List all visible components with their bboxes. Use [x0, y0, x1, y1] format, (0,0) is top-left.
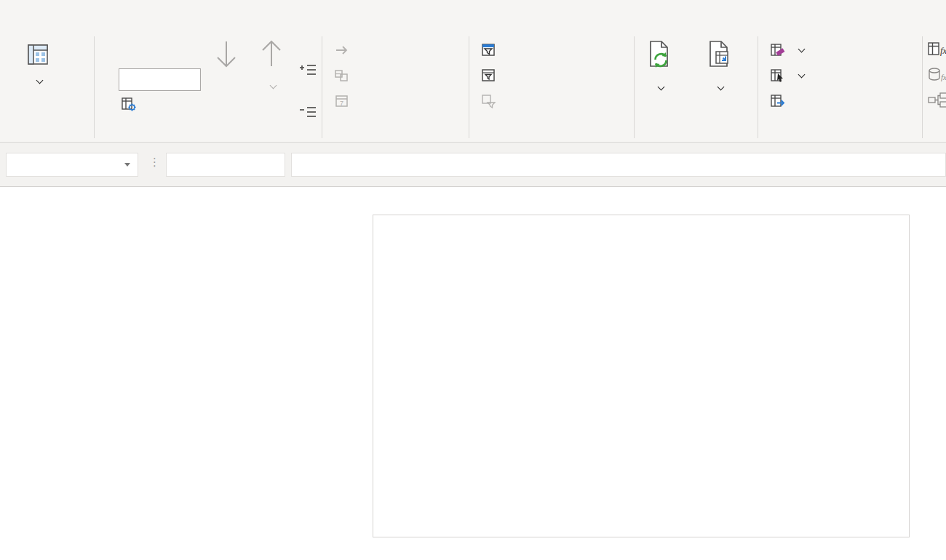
ribbon-group-filter	[469, 33, 635, 142]
formula-input[interactable]	[291, 153, 946, 177]
ribbon-group-pivottable	[0, 33, 95, 142]
ribbon-tab-bar	[0, 0, 946, 33]
pivottable-icon	[25, 42, 50, 67]
svg-text:fx: fx	[941, 73, 946, 81]
pivottable-button[interactable]	[14, 42, 62, 86]
fields-items-sets-icon[interactable]: fx	[928, 41, 946, 57]
filter-connections-button[interactable]	[481, 92, 502, 110]
group-selection-icon	[334, 42, 350, 58]
svg-text:fx: fx	[940, 45, 946, 56]
filter-connections-icon	[481, 93, 497, 109]
relationships-icon[interactable]	[928, 92, 946, 108]
insert-timeline-icon	[481, 68, 497, 84]
move-pivottable-icon	[770, 93, 786, 109]
collapse-field-icon[interactable]	[300, 104, 317, 120]
ribbon-group-actions	[758, 33, 922, 142]
ribbon-group-calculations-partial: fx fx	[922, 33, 946, 142]
pivottable-analyze-ribbon: 7	[0, 33, 946, 143]
group-field-button[interactable]: 7	[334, 92, 355, 110]
ungroup-button[interactable]	[334, 67, 355, 84]
pivottable-chevron-icon	[36, 77, 43, 84]
drill-up-icon	[256, 39, 287, 72]
name-box-dropdown-icon[interactable]	[124, 163, 130, 167]
refresh-button[interactable]	[637, 40, 681, 92]
change-data-source-icon	[705, 40, 733, 71]
change-data-source-button[interactable]	[681, 40, 757, 92]
formula-bar-separator: ⋮	[149, 156, 160, 169]
field-settings-button[interactable]	[121, 95, 142, 113]
group-field-icon: 7	[334, 93, 350, 109]
clear-icon	[770, 42, 786, 58]
drill-down-icon	[211, 39, 242, 72]
formula-bar-buttons	[166, 153, 285, 177]
name-box[interactable]	[6, 153, 138, 177]
select-button[interactable]	[770, 67, 804, 84]
select-icon	[770, 68, 786, 84]
svg-text:7: 7	[340, 100, 343, 107]
clear-chevron-icon	[798, 46, 806, 53]
insert-timeline-button[interactable]	[481, 67, 502, 84]
field-settings-icon	[121, 96, 137, 112]
refresh-chevron-icon	[657, 84, 664, 91]
refresh-icon	[645, 40, 673, 71]
move-pivottable-button[interactable]	[770, 92, 791, 110]
ungroup-icon	[334, 68, 350, 84]
drill-up-chevron-icon	[269, 82, 277, 89]
insert-slicer-icon	[481, 42, 497, 58]
select-chevron-icon	[798, 71, 806, 79]
clear-button[interactable]	[770, 41, 804, 59]
ribbon-group-group: 7	[322, 33, 469, 142]
pivot-chart[interactable]	[373, 215, 910, 537]
expand-field-icon[interactable]	[300, 62, 317, 78]
olap-tools-icon[interactable]: fx	[928, 67, 946, 83]
formula-bar: ⋮	[0, 143, 946, 187]
change-data-source-chevron-icon	[717, 84, 724, 91]
group-selection-button[interactable]	[334, 41, 355, 59]
ribbon-group-data	[635, 33, 758, 142]
insert-slicer-button[interactable]	[481, 41, 502, 59]
ribbon-group-active-field	[95, 33, 322, 142]
active-field-input[interactable]	[119, 68, 201, 91]
